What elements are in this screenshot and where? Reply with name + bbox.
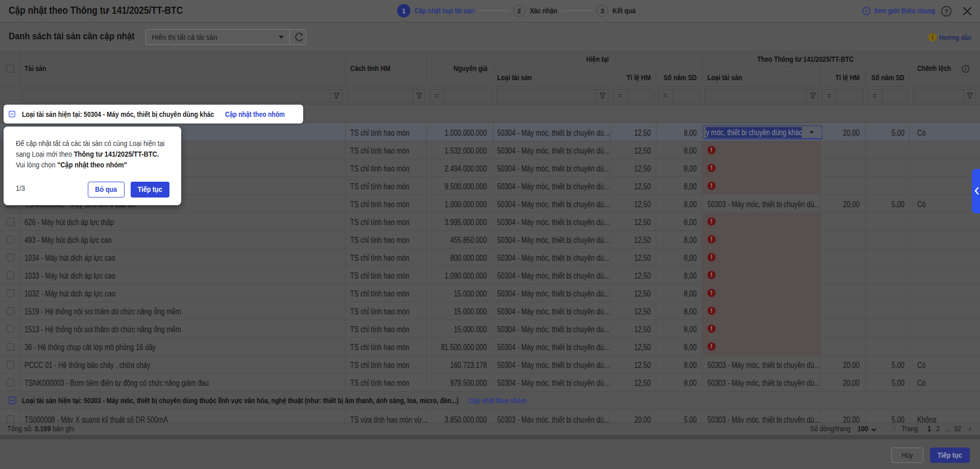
svg-text:?: ?	[944, 8, 948, 15]
